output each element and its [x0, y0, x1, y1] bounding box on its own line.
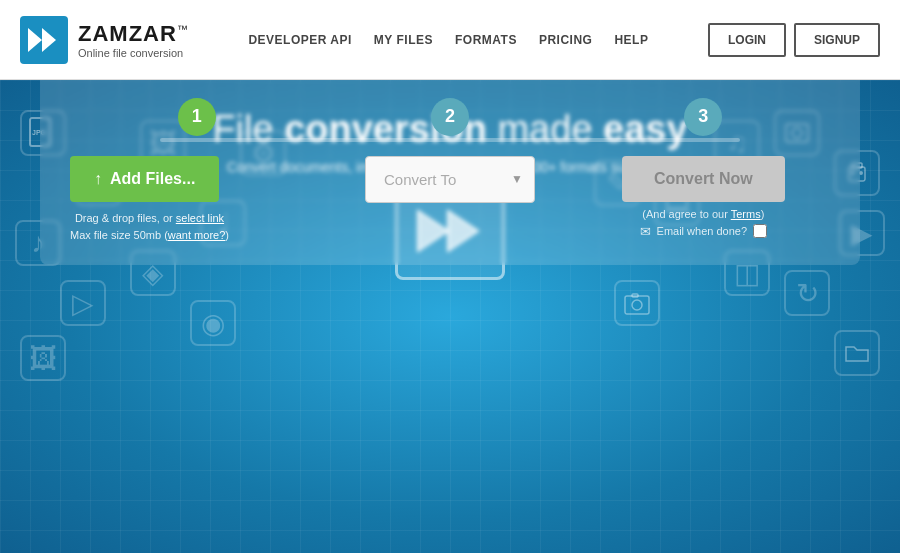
want-more-link[interactable]: want more?: [168, 229, 225, 241]
step3-area: Convert Now (And agree to our Terms) ✉ E…: [577, 156, 830, 239]
logo-area: ZAMZAR™ Online file conversion: [20, 16, 189, 64]
step-1-circle: 1: [178, 98, 216, 136]
drag-drop-text: Drag & drop files, or select link Max fi…: [70, 210, 229, 245]
doodle-camera2: [614, 280, 660, 326]
actions-row: ↑ Add Files... Drag & drop files, or sel…: [70, 156, 830, 245]
navbar: ZAMZAR™ Online file conversion DEVELOPER…: [0, 0, 900, 80]
nav-help[interactable]: HELP: [614, 33, 648, 47]
step-3-circle: 3: [684, 98, 722, 136]
steps-row: 1 2 3: [70, 98, 830, 136]
nav-my-files[interactable]: MY FILES: [374, 33, 433, 47]
convert-now-button[interactable]: Convert Now: [622, 156, 785, 202]
step2-area: Convert To ▼: [323, 156, 576, 203]
logo-icon: [20, 16, 68, 64]
trademark: ™: [177, 22, 189, 34]
email-checkbox[interactable]: [753, 224, 767, 238]
nav-developer-api[interactable]: DEVELOPER API: [248, 33, 351, 47]
upload-icon: ↑: [94, 170, 102, 188]
step-panel: 1 2 3 ↑ Add Files... Drag & drop files, …: [40, 80, 860, 265]
max-file-text: Max file size 50mb (: [70, 229, 168, 241]
select-wrapper: Convert To ▼: [365, 156, 535, 203]
email-icon: ✉: [640, 224, 651, 239]
step-2-circle: 2: [431, 98, 469, 136]
add-files-label: Add Files...: [110, 170, 195, 188]
email-when-done-label: Email when done?: [657, 225, 748, 237]
want-more-close: ): [225, 229, 229, 241]
terms-link[interactable]: Terms: [731, 208, 761, 220]
nav-links: DEVELOPER API MY FILES FORMATS PRICING H…: [248, 33, 648, 47]
hero-content: File conversion made easy Convert docume…: [0, 80, 900, 285]
logo-tagline: Online file conversion: [78, 47, 189, 59]
logo-text-area: ZAMZAR™ Online file conversion: [78, 21, 189, 59]
email-row: ✉ Email when done?: [640, 224, 768, 239]
agree-text: (And agree to our Terms): [642, 208, 764, 220]
add-files-button[interactable]: ↑ Add Files...: [70, 156, 219, 202]
progress-line: [160, 138, 740, 142]
doodle-triangle: ▷: [60, 280, 106, 326]
svg-rect-13: [625, 296, 649, 314]
doodle-image: 🖼: [20, 335, 66, 381]
drag-text: Drag & drop files, or: [75, 212, 173, 224]
agree-post: ): [761, 208, 765, 220]
select-link[interactable]: select link: [176, 212, 224, 224]
svg-point-14: [632, 300, 642, 310]
logo-brand: ZAMZAR™: [78, 21, 189, 47]
doodle-camera: ◉: [190, 300, 236, 346]
hero: JPG ✏ ♪ ▷ 🖼 🖼 ◈ ◉ ▶ ↻ ♫ ◫ ⚙ ♩ ✎ File con…: [0, 80, 900, 553]
nav-buttons: LOGIN SIGNUP: [708, 23, 880, 57]
agree-pre: (And agree to our: [642, 208, 730, 220]
login-button[interactable]: LOGIN: [708, 23, 786, 57]
convert-to-select[interactable]: Convert To: [365, 156, 535, 203]
nav-pricing[interactable]: PRICING: [539, 33, 593, 47]
nav-formats[interactable]: FORMATS: [455, 33, 517, 47]
signup-button[interactable]: SIGNUP: [794, 23, 880, 57]
doodle-folder: [834, 330, 880, 376]
brand-text: ZAMZAR: [78, 21, 177, 46]
step1-area: ↑ Add Files... Drag & drop files, or sel…: [70, 156, 323, 245]
